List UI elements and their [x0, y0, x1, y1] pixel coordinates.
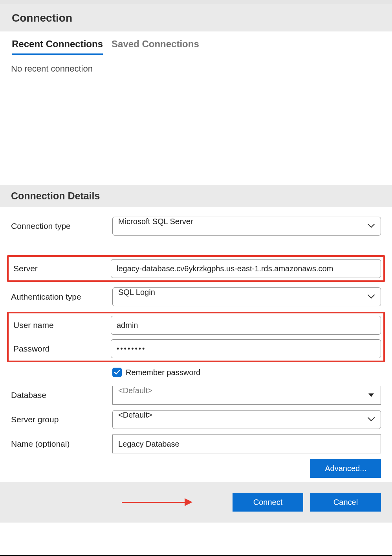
connection-type-select[interactable]: Microsoft SQL Server — [112, 217, 381, 236]
check-icon — [114, 369, 120, 376]
auth-type-select[interactable]: SQL Login — [112, 287, 381, 306]
server-group-select[interactable]: <Default> — [112, 410, 381, 429]
dialog-footer: Connect Cancel — [0, 482, 392, 523]
advanced-button[interactable]: Advanced... — [310, 459, 381, 478]
server-input[interactable] — [111, 259, 381, 278]
connection-header: Connection — [0, 4, 392, 31]
recent-connections-panel: No recent connection — [0, 55, 392, 185]
database-label: Database — [11, 390, 112, 400]
tab-saved-connections[interactable]: Saved Connections — [112, 39, 199, 55]
window-top-strip — [0, 0, 392, 4]
connection-details-form: Connection type Microsoft SQL Server Ser… — [0, 207, 392, 482]
password-input[interactable]: •••••••• — [111, 339, 381, 358]
connection-details-title: Connection Details — [11, 190, 381, 202]
auth-type-label: Authentication type — [11, 292, 112, 302]
no-recent-message: No recent connection — [11, 64, 381, 74]
connection-details-header: Connection Details — [0, 185, 392, 207]
server-group-label: Server group — [11, 415, 112, 424]
connection-type-label: Connection type — [11, 221, 112, 231]
password-label: Password — [11, 344, 111, 353]
tab-recent-connections[interactable]: Recent Connections — [12, 39, 103, 55]
name-input[interactable] — [112, 434, 381, 453]
username-input[interactable] — [111, 316, 381, 335]
cancel-button[interactable]: Cancel — [310, 493, 381, 512]
credentials-highlight: User name Password •••••••• — [7, 312, 385, 362]
connection-title: Connection — [12, 12, 380, 24]
remember-password-label: Remember password — [126, 368, 200, 377]
connection-tabs: Recent Connections Saved Connections — [0, 31, 392, 55]
username-label: User name — [11, 320, 111, 330]
database-combo[interactable]: <Default> — [112, 386, 381, 405]
server-highlight: Server — [7, 255, 385, 282]
arrow-right-icon — [185, 498, 192, 506]
name-label: Name (optional) — [11, 439, 112, 449]
server-label: Server — [11, 264, 111, 273]
arrow-annotation — [122, 498, 192, 506]
connect-button[interactable]: Connect — [233, 493, 303, 512]
remember-password-checkbox[interactable] — [112, 368, 122, 377]
